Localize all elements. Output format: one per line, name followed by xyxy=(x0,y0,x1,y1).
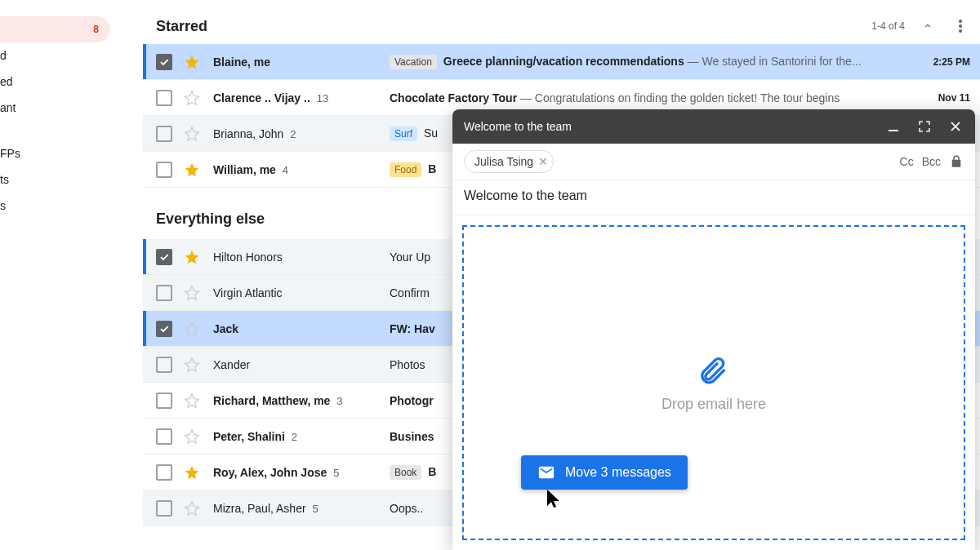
drop-zone-text: Drop email here xyxy=(662,396,766,413)
move-label: Move 3 messages xyxy=(565,465,671,480)
senders: Jack xyxy=(213,322,390,335)
drop-zone[interactable]: Drop email here Move 3 messages xyxy=(462,225,965,540)
checkbox[interactable] xyxy=(156,321,172,337)
sidebar-badge: 8 xyxy=(93,24,99,35)
recipient-chip[interactable]: Julisa Tsing ✕ xyxy=(464,150,554,173)
attachment-icon xyxy=(697,353,730,386)
checkbox[interactable] xyxy=(156,464,172,481)
sidebar-spacer xyxy=(0,121,110,140)
star-icon[interactable] xyxy=(182,52,202,72)
sidebar-item[interactable]: d xyxy=(0,42,110,69)
row-time: Nov 11 xyxy=(911,92,970,104)
compose-recipients[interactable]: Julisa Tsing ✕ Cc Bcc xyxy=(452,144,975,180)
email-row[interactable]: Blaine, meVacationGreece planning/vacati… xyxy=(143,44,980,80)
checkbox[interactable] xyxy=(156,54,172,70)
minimize-icon[interactable] xyxy=(885,118,902,135)
senders: Virgin Atlantic xyxy=(213,286,390,299)
star-icon[interactable] xyxy=(182,427,202,446)
svg-point-2 xyxy=(959,29,962,33)
svg-point-0 xyxy=(959,20,962,23)
senders: Roy, Alex, John Jose 5 xyxy=(213,466,390,479)
star-icon[interactable] xyxy=(182,247,202,267)
sidebar-item-inbox[interactable]: 8 xyxy=(0,16,110,42)
senders: Peter, Shalini 2 xyxy=(213,430,390,443)
senders: William, me 4 xyxy=(213,163,390,176)
senders: Mizra, Paul, Asher 5 xyxy=(213,502,390,515)
cc-button[interactable]: Cc xyxy=(900,155,914,168)
sidebar-item[interactable]: s xyxy=(0,193,110,219)
star-icon[interactable] xyxy=(182,283,202,303)
star-icon[interactable] xyxy=(182,319,202,339)
move-messages-chip[interactable]: Move 3 messages xyxy=(521,455,688,490)
label-chip[interactable]: Vacation xyxy=(390,55,437,69)
sidebar-item[interactable]: ed xyxy=(0,69,110,95)
checkbox[interactable] xyxy=(156,285,172,301)
star-icon[interactable] xyxy=(182,499,202,518)
lock-icon[interactable] xyxy=(949,154,964,169)
checkbox[interactable] xyxy=(156,393,172,409)
star-icon[interactable] xyxy=(182,463,202,482)
section-meta: 1-4 of 4 xyxy=(871,16,970,36)
svg-point-1 xyxy=(959,24,962,28)
sidebar-item[interactable]: ant xyxy=(0,95,110,121)
senders: Clarence .. Vijay .. 13 xyxy=(213,91,390,104)
subject: VacationGreece planning/vacation recomme… xyxy=(390,55,911,69)
senders: Richard, Matthew, me 3 xyxy=(213,394,390,407)
range-text: 1-4 of 4 xyxy=(871,20,905,32)
checkbox[interactable] xyxy=(156,500,172,517)
senders: Hilton Honors xyxy=(213,251,390,264)
section-title: Starred xyxy=(156,18,207,35)
compose-header: Welcome to the team xyxy=(452,109,975,144)
compose-body[interactable]: Drop email here Move 3 messages xyxy=(452,215,975,550)
star-icon[interactable] xyxy=(182,160,202,180)
checkbox[interactable] xyxy=(156,162,172,178)
label-chip[interactable]: Food xyxy=(390,162,421,177)
row-time: 2:25 PM xyxy=(911,56,970,68)
subject: Chocolate Factory Tour — Congratulations… xyxy=(390,91,911,104)
svg-rect-3 xyxy=(889,130,898,131)
label-chip[interactable]: Surf xyxy=(390,126,417,141)
checkbox[interactable] xyxy=(156,126,172,142)
senders: Blaine, me xyxy=(213,55,390,69)
checkbox[interactable] xyxy=(156,90,172,106)
senders: Xander xyxy=(213,358,390,371)
mail-icon xyxy=(537,464,555,481)
chevron-up-icon[interactable] xyxy=(918,16,938,36)
checkbox[interactable] xyxy=(156,249,172,265)
cursor-icon xyxy=(546,488,562,509)
recipient-name: Julisa Tsing xyxy=(474,155,533,168)
sidebar-item[interactable]: ts xyxy=(0,166,110,193)
checkbox[interactable] xyxy=(156,357,172,373)
fullscreen-icon[interactable] xyxy=(916,118,933,135)
compose-title: Welcome to the team xyxy=(464,120,871,133)
more-icon[interactable] xyxy=(951,16,970,36)
remove-recipient-icon[interactable]: ✕ xyxy=(538,155,548,168)
label-chip[interactable]: Book xyxy=(390,465,421,480)
star-icon[interactable] xyxy=(182,391,202,410)
close-icon[interactable] xyxy=(947,118,964,135)
star-icon[interactable] xyxy=(182,124,202,144)
star-icon[interactable] xyxy=(182,355,202,375)
compose-subject[interactable]: Welcome to the team xyxy=(452,180,975,215)
sidebar-item[interactable]: FPs xyxy=(0,140,110,166)
compose-window: Welcome to the team Julisa Tsing ✕ Cc Bc… xyxy=(452,109,975,550)
sidebar: 8 d ed ant FPs ts s xyxy=(0,8,110,219)
star-icon[interactable] xyxy=(182,88,202,108)
bcc-button[interactable]: Bcc xyxy=(922,155,941,168)
section-header-starred: Starred 1-4 of 4 xyxy=(143,0,980,44)
senders: Brianna, John 2 xyxy=(213,127,390,140)
checkbox[interactable] xyxy=(156,428,172,445)
